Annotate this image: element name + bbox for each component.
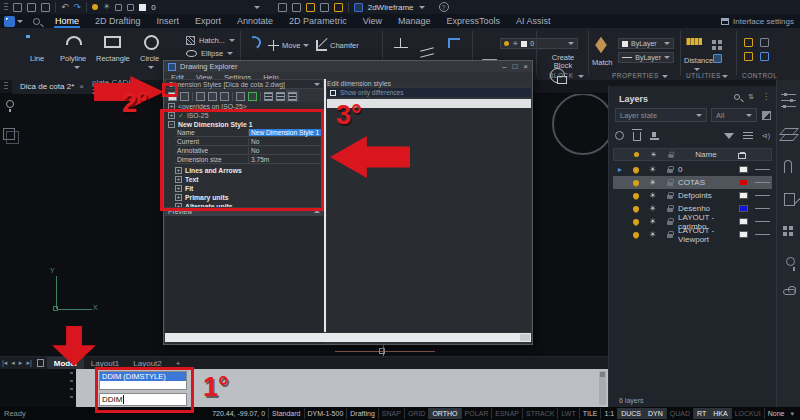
layer-on-icon[interactable]: [633, 206, 639, 212]
properties-panel-icon[interactable]: [781, 94, 796, 109]
layer-lock-icon[interactable]: [667, 221, 673, 225]
layer-linetype[interactable]: [755, 169, 770, 170]
command-scrollbar[interactable]: [599, 371, 606, 405]
tab-2d-parametric[interactable]: 2D Parametric: [288, 14, 348, 28]
list-view-icon[interactable]: [264, 92, 273, 101]
redo-icon[interactable]: ↷: [74, 2, 82, 12]
new-layer-icon[interactable]: [615, 131, 624, 140]
ribbon-layer-combo[interactable]: ☀ 0: [500, 38, 578, 49]
tab-export[interactable]: Export: [194, 14, 222, 28]
paste-icon[interactable]: [220, 92, 229, 101]
layer-row[interactable]: ☀ Defpoints: [613, 189, 772, 202]
color-bylayer-combo[interactable]: ByLayer: [618, 38, 674, 49]
tab-insert[interactable]: Insert: [156, 14, 181, 28]
chevron-down-icon[interactable]: [303, 44, 309, 47]
layer-on-icon[interactable]: [633, 219, 639, 225]
lock-column-icon[interactable]: [668, 154, 673, 158]
maximize-icon[interactable]: □: [512, 62, 517, 72]
cursor-tool-icon[interactable]: [278, 3, 287, 12]
clean-screen-icon[interactable]: [760, 52, 769, 61]
copy-icon[interactable]: [208, 92, 217, 101]
layer-lock-icon[interactable]: [115, 4, 122, 11]
print-icon[interactable]: [41, 3, 50, 12]
layer-linetype[interactable]: [755, 234, 770, 235]
isolate-objects-icon[interactable]: [760, 38, 769, 47]
block-group-label[interactable]: BLOCK: [549, 72, 574, 79]
dimension-aligned-icon[interactable]: [420, 48, 434, 58]
layer-filter-dropdown[interactable]: All: [711, 108, 757, 122]
isolate-icon[interactable]: ⊲): [762, 132, 770, 140]
layer-on-icon[interactable]: [633, 193, 639, 199]
layer-color-swatch[interactable]: [739, 166, 748, 173]
toggle-lockui[interactable]: LOCKUI: [731, 408, 764, 419]
layer-on-icon[interactable]: [633, 167, 639, 173]
move-tool[interactable]: Move: [268, 40, 309, 51]
layer-freeze-icon[interactable]: ☀: [649, 217, 656, 226]
last-layout-button[interactable]: ▸|: [24, 359, 33, 367]
toggle-strack[interactable]: STRACK: [522, 408, 557, 419]
document-tab-active[interactable]: Dica de cota 2* ×: [12, 80, 92, 94]
rectangle-tool-icon[interactable]: [104, 36, 121, 48]
line-tool-label[interactable]: Line: [30, 54, 44, 63]
layer-lock-icon[interactable]: [667, 234, 673, 238]
linetype-bylayer-combo[interactable]: ByLayer: [618, 52, 674, 63]
id-point-icon[interactable]: [712, 40, 722, 50]
cut-icon[interactable]: [196, 92, 205, 101]
toggle-esnap[interactable]: ESNAP: [491, 408, 522, 419]
drawing-grip-point[interactable]: [379, 348, 385, 354]
leader-tool-icon[interactable]: [448, 38, 460, 48]
unisolate-objects-icon[interactable]: [744, 52, 753, 61]
cloud-panel-icon[interactable]: [783, 289, 796, 295]
app-logo[interactable]: [4, 16, 15, 27]
on-column-icon[interactable]: [634, 152, 639, 157]
delete-style-button[interactable]: [180, 92, 189, 101]
layer-plot-icon[interactable]: [127, 4, 134, 11]
polyline-flyout-chevron-icon[interactable]: [74, 66, 80, 69]
layer-color-swatch[interactable]: [739, 205, 748, 212]
circle-tool-label[interactable]: Circle: [140, 54, 159, 63]
selection-modes-icon[interactable]: [320, 3, 329, 12]
layer-row[interactable]: ▸ ☀ 0: [613, 163, 772, 176]
new-document-icon[interactable]: [13, 3, 22, 12]
canvas-ucs-cube-icon[interactable]: [3, 128, 15, 140]
minimize-icon[interactable]: –: [502, 62, 506, 72]
plot-column-icon[interactable]: [738, 153, 746, 159]
purge-layer-icon[interactable]: [650, 132, 659, 140]
layer-freeze-icon[interactable]: ☀: [649, 204, 656, 213]
toggle-ortho[interactable]: ORTHO: [428, 408, 460, 419]
circle-tool-icon[interactable]: [144, 35, 159, 50]
status-annotation-scale[interactable]: 1:1: [600, 408, 617, 419]
toggle-quad[interactable]: QUAD: [666, 408, 693, 419]
interface-settings-button[interactable]: Interface settings: [721, 17, 794, 26]
search-icon[interactable]: [33, 18, 40, 25]
refresh-icon[interactable]: ⇅: [748, 93, 754, 101]
layer-lock-icon[interactable]: [667, 182, 673, 186]
layout-list-icon[interactable]: [37, 359, 44, 367]
distance-tool-icon[interactable]: [686, 38, 702, 45]
layer-linetype[interactable]: [755, 195, 770, 196]
quick-measure-icon[interactable]: [713, 54, 722, 63]
polyline-tool-label[interactable]: Polyline: [60, 54, 86, 63]
layer-states-icon[interactable]: [743, 132, 753, 140]
drawing-circle-entity[interactable]: [552, 93, 614, 155]
chevron-down-icon[interactable]: [419, 6, 425, 9]
chevron-down-icon[interactable]: [229, 39, 235, 42]
tree-view-icon[interactable]: [288, 92, 297, 101]
dialog-title-bar[interactable]: Drawing Explorer – □ ×: [164, 61, 532, 72]
distance-flyout-chevron-icon[interactable]: [694, 68, 700, 71]
polyline-tool-icon[interactable]: [66, 36, 82, 45]
tab-annotate[interactable]: Annotate: [236, 14, 274, 28]
toggle-dyn[interactable]: DYN: [644, 408, 666, 419]
assistant-panel-icon[interactable]: [786, 257, 795, 266]
search-icon[interactable]: [734, 94, 740, 100]
layer-lock-icon[interactable]: [667, 169, 673, 173]
tab-expresstools[interactable]: ExpressTools: [446, 14, 502, 28]
layer-freeze-icon[interactable]: ☀: [649, 191, 656, 200]
distance-label[interactable]: Distance: [684, 56, 713, 65]
layer-freeze-icon[interactable]: ☀: [103, 3, 110, 11]
prev-layout-button[interactable]: ◂: [9, 359, 17, 367]
pane-splitter[interactable]: [324, 79, 326, 332]
ellipse-tool[interactable]: Ellipse: [186, 49, 233, 58]
blocks-panel-icon[interactable]: [781, 224, 796, 239]
snap-tracking-icon[interactable]: [306, 3, 315, 12]
